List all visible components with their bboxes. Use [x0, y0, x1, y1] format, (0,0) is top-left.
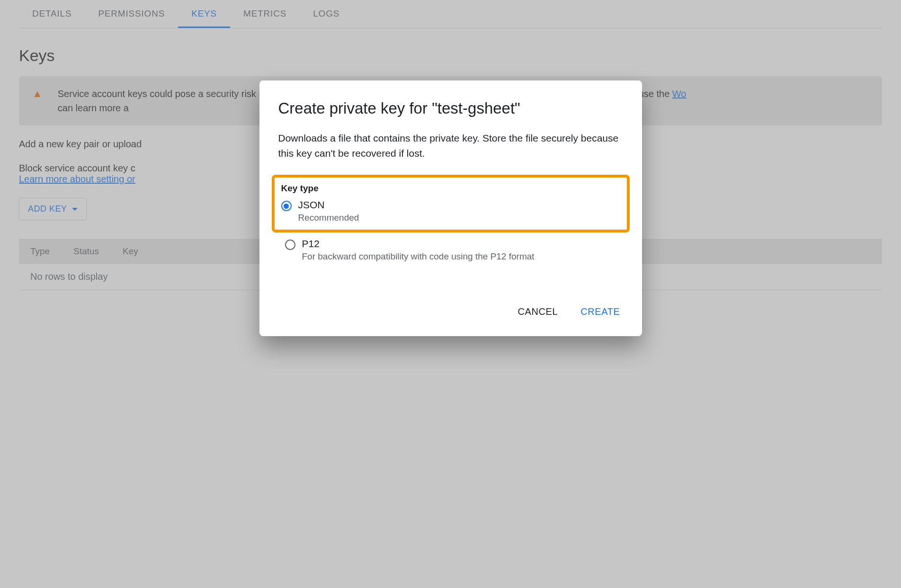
dialog-title: Create private key for "test-gsheet"	[278, 99, 623, 117]
radio-p12-sublabel: For backward compatibility with code usi…	[302, 251, 535, 262]
radio-json[interactable]	[281, 201, 292, 211]
key-type-highlight: Key type JSON Recommended	[272, 175, 630, 232]
radio-p12[interactable]	[285, 240, 295, 250]
dialog-actions: CANCEL CREATE	[278, 302, 623, 322]
radio-json-label: JSON	[298, 199, 359, 211]
key-type-label: Key type	[277, 183, 622, 194]
dialog-description: Downloads a file that contains the priva…	[278, 131, 623, 160]
radio-json-sublabel: Recommended	[298, 213, 359, 223]
cancel-button[interactable]: CANCEL	[515, 302, 561, 322]
create-private-key-dialog: Create private key for "test-gsheet" Dow…	[259, 80, 642, 336]
modal-overlay: Create private key for "test-gsheet" Dow…	[0, 0, 901, 588]
radio-option-p12[interactable]: P12 For backward compatibility with code…	[278, 236, 623, 264]
radio-p12-label: P12	[302, 238, 535, 249]
radio-option-json[interactable]: JSON Recommended	[277, 197, 622, 225]
create-button[interactable]: CREATE	[578, 302, 623, 322]
